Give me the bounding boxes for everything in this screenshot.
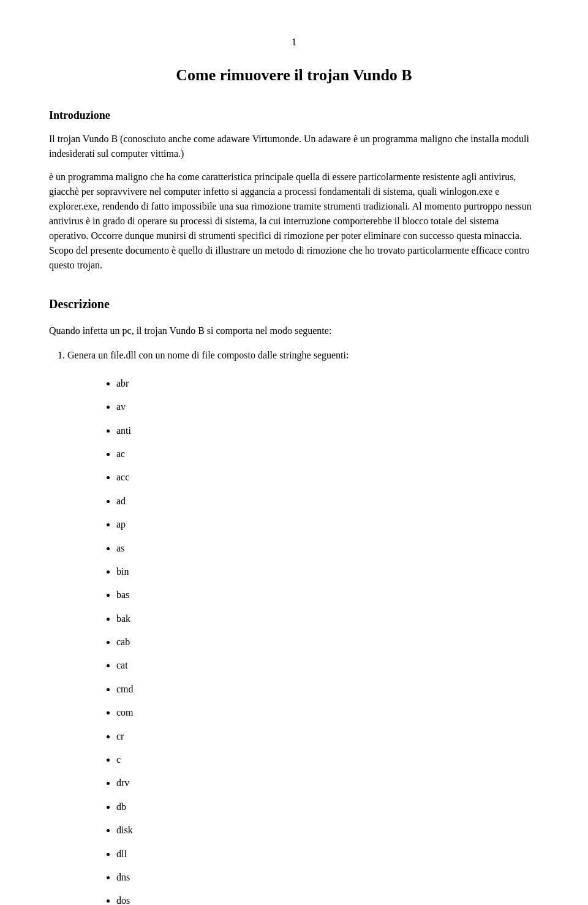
bullet-item: cmd (116, 680, 539, 699)
bullet-item: av (116, 398, 539, 416)
descrizione-section: Descrizione Quando infetta un pc, il tro… (49, 297, 539, 905)
bullet-item: anti (116, 422, 539, 440)
bullet-item: drv (116, 774, 539, 792)
bullet-item: acc (116, 468, 539, 487)
intro-paragraph2: è un programma maligno che ha come carat… (49, 170, 539, 273)
bullet-item: dns (116, 868, 539, 887)
bullet-item: bak (116, 610, 539, 628)
bullet-item: dll (116, 845, 539, 863)
bullet-item: cr (116, 727, 539, 746)
numbered-list: Genera un file.dll con un nome di file c… (67, 347, 539, 905)
bullet-item: ad (116, 492, 539, 510)
bullet-item: disk (116, 821, 539, 839)
bullet-item: dos (116, 892, 539, 905)
bullet-item: c (116, 751, 539, 769)
bullet-item: bas (116, 586, 539, 604)
bullet-item: abr (116, 374, 539, 393)
bullet-item: cat (116, 656, 539, 675)
page-number: 1 (49, 37, 539, 48)
bullet-item: as (116, 539, 539, 558)
intro-paragraph1: Il trojan Vundo B (conosciuto anche come… (49, 132, 539, 161)
bullet-item: ap (116, 515, 539, 534)
numbered-item-1: Genera un file.dll con un nome di file c… (67, 347, 539, 905)
bullet-item: com (116, 703, 539, 722)
intro-section: Introduzione Il trojan Vundo B (conosciu… (49, 109, 539, 273)
bullet-item: cab (116, 633, 539, 651)
bullet-item: bin (116, 562, 539, 581)
intro-label: Introduzione (49, 109, 539, 122)
bullet-list: abravantiacaccadapasbinbasbakcabcatcmdco… (116, 374, 539, 905)
page-title: Come rimuovere il trojan Vundo B (49, 66, 539, 85)
descrizione-heading: Descrizione (49, 297, 539, 311)
descrizione-intro: Quando infetta un pc, il trojan Vundo B … (49, 324, 539, 338)
bullet-item: db (116, 798, 539, 816)
bullet-item: ac (116, 445, 539, 463)
